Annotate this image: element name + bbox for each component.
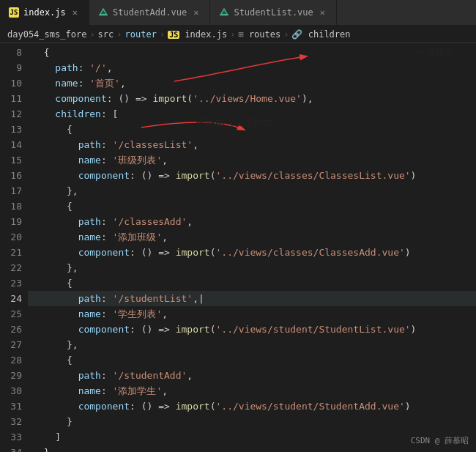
code-line-8: { xyxy=(28,45,476,60)
ln-24: 24 xyxy=(0,291,22,306)
ln-33: 33 xyxy=(0,429,22,445)
code-line-32: } xyxy=(28,414,476,429)
tab-index-js[interactable]: JS index.js ✕ xyxy=(0,0,89,26)
ln-27: 27 xyxy=(0,337,22,352)
vue-icon-2 xyxy=(219,7,229,18)
ln-12: 12 xyxy=(0,106,22,122)
code-line-22: }, xyxy=(28,260,476,275)
tab-label-student-add: StudentAdd.vue xyxy=(113,7,187,18)
code-line-34: }, xyxy=(28,445,476,452)
bc-src: src xyxy=(98,29,114,40)
tab-close-student-list[interactable]: ✕ xyxy=(318,7,327,18)
ln-16: 16 xyxy=(0,168,22,183)
js-icon: JS xyxy=(9,7,19,18)
bc-routes: ⊞ routes xyxy=(238,29,280,40)
code-line-14: path: '/classesList', xyxy=(28,137,476,152)
code-line-21: component: () => import('../views/classe… xyxy=(28,245,476,260)
ln-10: 10 xyxy=(0,75,22,91)
ln-30: 30 xyxy=(0,383,22,399)
ln-20: 20 xyxy=(0,229,22,245)
tab-close-student-add[interactable]: ✕ xyxy=(191,7,201,18)
code-line-18: { xyxy=(28,199,476,214)
bc-router: router xyxy=(125,29,157,40)
tab-student-list[interactable]: StudentList.vue ✕ xyxy=(210,0,337,26)
code-line-30: name: '添加学生', xyxy=(28,383,476,399)
tab-close-index-js[interactable]: ✕ xyxy=(70,7,80,18)
code-line-13: { xyxy=(28,122,476,137)
ln-28: 28 xyxy=(0,352,22,368)
code-line-27: }, xyxy=(28,337,476,352)
ln-18: 18 xyxy=(0,199,22,214)
ln-26: 26 xyxy=(0,322,22,337)
bc-sep-5: › xyxy=(283,29,289,40)
ln-25: 25 xyxy=(0,306,22,322)
code-line-33: ] xyxy=(28,429,476,445)
code-area: 8 9 10 11 12 13 14 15 16 17 18 19 20 21 … xyxy=(0,43,476,452)
ln-13: 13 xyxy=(0,122,22,137)
code-line-9: path: '/', xyxy=(28,60,476,75)
bc-sep-1: › xyxy=(89,29,94,40)
code-line-19: path: '/classesAdd', xyxy=(28,214,476,229)
ln-34: 34 xyxy=(0,445,22,452)
code-line-26: component: () => import('../views/studen… xyxy=(28,322,476,337)
code-line-17: }, xyxy=(28,183,476,199)
ln-23: 23 xyxy=(0,275,22,291)
ln-11: 11 xyxy=(0,91,22,106)
code-line-23: { xyxy=(28,275,476,291)
code-line-16: component: () => import('../views/classe… xyxy=(28,168,476,183)
breadcrumb: day054_sms_fore › src › router › JS inde… xyxy=(0,26,476,43)
code-line-24: path: '/studentList',| xyxy=(28,291,476,306)
ln-15: 15 xyxy=(0,152,22,168)
line-numbers: 8 9 10 11 12 13 14 15 16 17 18 19 20 21 … xyxy=(0,43,28,452)
code-line-20: name: '添加班级', xyxy=(28,229,476,245)
code-line-15: name: '班级列表', xyxy=(28,152,476,168)
code-line-12: children: [ xyxy=(28,106,476,122)
bc-sep-4: › xyxy=(230,29,235,40)
tab-label-index-js: index.js xyxy=(23,7,66,18)
bc-sep-2: › xyxy=(116,29,122,40)
code-content[interactable]: { path: '/', name: '首页', component: () =… xyxy=(28,43,476,452)
tab-student-add[interactable]: StudentAdd.vue ✕ xyxy=(89,0,210,26)
code-line-28: { xyxy=(28,352,476,368)
ln-32: 32 xyxy=(0,414,22,429)
ln-31: 31 xyxy=(0,399,22,414)
ln-21: 21 xyxy=(0,245,22,260)
bc-indexjs: JS index.js xyxy=(168,29,227,40)
ln-9: 9 xyxy=(0,60,22,75)
ln-29: 29 xyxy=(0,368,22,383)
code-line-29: path: '/studentAdd', xyxy=(28,368,476,383)
ln-19: 19 xyxy=(0,214,22,229)
ln-8: 8 xyxy=(0,45,22,60)
code-line-11: component: () => import('../views/Home.v… xyxy=(28,91,476,106)
tab-label-student-list: StudentList.vue xyxy=(234,7,313,18)
tab-bar: JS index.js ✕ StudentAdd.vue ✕ StudentLi… xyxy=(0,0,476,26)
ln-22: 22 xyxy=(0,260,22,275)
bc-sep-3: › xyxy=(160,29,165,40)
ln-14: 14 xyxy=(0,137,22,152)
code-line-31: component: () => import('../views/studen… xyxy=(28,399,476,414)
code-line-10: name: '首页', xyxy=(28,75,476,91)
ln-17: 17 xyxy=(0,183,22,199)
watermark: CSDN @ 薛慕昭 xyxy=(411,435,469,446)
code-line-25: name: '学生列表', xyxy=(28,306,476,322)
vue-icon-1 xyxy=(98,7,108,18)
bc-day054: day054_sms_fore xyxy=(7,29,86,40)
bc-children: 🔗 children xyxy=(291,29,350,40)
